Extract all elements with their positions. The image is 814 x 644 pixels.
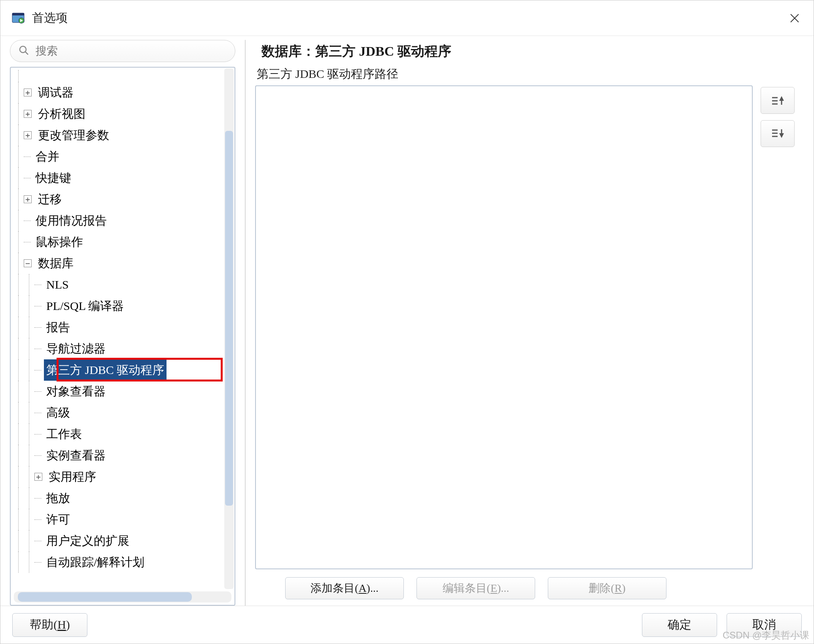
tree-item-label: 快捷键 — [33, 167, 74, 189]
reorder-buttons — [761, 85, 804, 569]
tree-item-label: 使用情况报告 — [33, 210, 109, 231]
tree-item[interactable]: +调试器 — [13, 82, 223, 103]
tree-item[interactable]: 高级 — [13, 402, 223, 423]
dialog-footer: 帮助(H) 确定 取消 — [0, 606, 814, 644]
window-title: 首选项 — [32, 10, 68, 26]
tree-item[interactable]: 合并 — [13, 146, 223, 167]
tree-item[interactable]: 工作表 — [13, 423, 223, 445]
tree-item-label: 实例查看器 — [44, 445, 108, 466]
vertical-divider — [245, 40, 246, 606]
svg-line-7 — [25, 52, 28, 55]
add-entry-label: 添加条目(A)... — [310, 581, 379, 596]
right-panel: 数据库：第三方 JDBC 驱动程序 第三方 JDBC 驱动程序路径 — [255, 40, 804, 606]
search-icon — [18, 45, 29, 57]
tree-item[interactable]: 快捷键 — [13, 167, 223, 189]
tree-item-label: 鼠标操作 — [33, 231, 85, 253]
expand-toggle-icon[interactable]: + — [24, 131, 32, 139]
tree-item[interactable]: 第三方 JDBC 驱动程序 — [13, 359, 223, 381]
collapse-toggle-icon[interactable]: − — [24, 259, 32, 267]
tree-item-label: 更改管理参数 — [36, 125, 112, 146]
svg-point-6 — [20, 46, 26, 53]
tree-item[interactable]: 许可 — [13, 509, 223, 530]
tree-item[interactable]: 拖放 — [13, 487, 223, 509]
tree-branch-icon — [34, 327, 42, 328]
tree-item[interactable]: 鼠标操作 — [13, 231, 223, 253]
help-button[interactable]: 帮助(H) — [12, 613, 87, 637]
tree-branch-icon — [34, 349, 42, 349]
tree-item-label: 拖放 — [44, 487, 72, 509]
tree-item-partial[interactable] — [13, 70, 223, 82]
preferences-tree: +调试器+分析视图+更改管理参数合并快捷键+迁移使用情况报告鼠标操作−数据库NL… — [10, 67, 235, 606]
tree-item-label: NLS — [44, 274, 71, 295]
scrollbar-thumb[interactable] — [225, 131, 233, 506]
scrollbar-thumb[interactable] — [18, 592, 192, 602]
tree-branch-icon — [34, 562, 42, 563]
search-input[interactable] — [35, 44, 227, 58]
preferences-window: 首选项 +调 — [0, 0, 814, 644]
search-box[interactable] — [10, 40, 235, 62]
expand-toggle-icon[interactable]: + — [24, 195, 32, 203]
tree-branch-icon — [34, 306, 42, 306]
delete-entry-button[interactable]: 删除(R) — [548, 577, 666, 599]
tree-item[interactable]: +迁移 — [13, 189, 223, 210]
expand-toggle-icon[interactable]: + — [34, 473, 42, 481]
titlebar: 首选项 — [0, 0, 814, 36]
tree-item[interactable]: NLS — [13, 274, 223, 295]
jdbc-drivers-list[interactable] — [255, 85, 753, 569]
tree-horizontal-scrollbar[interactable] — [14, 591, 231, 602]
tree-item[interactable]: 对象查看器 — [13, 381, 223, 402]
edit-entry-button[interactable]: 编辑条目(E)... — [416, 577, 535, 599]
tree-item[interactable]: 使用情况报告 — [13, 210, 223, 231]
tree-item-label: 实用程序 — [46, 466, 98, 487]
cancel-button[interactable]: 取消 — [727, 613, 802, 637]
tree-item[interactable]: +更改管理参数 — [13, 125, 223, 146]
section-title: 数据库：第三方 JDBC 驱动程序 — [255, 40, 804, 66]
svg-marker-17 — [779, 133, 784, 138]
tree-branch-icon — [24, 221, 31, 221]
tree-item[interactable]: 实例查看器 — [13, 445, 223, 466]
preferences-app-icon — [11, 11, 25, 25]
tree-viewport[interactable]: +调试器+分析视图+更改管理参数合并快捷键+迁移使用情况报告鼠标操作−数据库NL… — [11, 68, 235, 590]
tree-item-label: 导航过滤器 — [44, 338, 108, 359]
tree-item[interactable]: 自动跟踪/解释计划 — [13, 551, 223, 573]
close-button[interactable] — [783, 6, 806, 30]
tree-branch-icon — [34, 391, 42, 392]
tree-item-label: 对象查看器 — [44, 381, 108, 402]
tree-branch-icon — [34, 455, 42, 456]
tree-item-label: 用户定义的扩展 — [44, 530, 132, 551]
entry-buttons: 添加条目(A)... 编辑条目(E)... 删除(R) — [255, 569, 804, 606]
tree-item-label: 第三方 JDBC 驱动程序 — [44, 359, 167, 381]
tree-item-label: 分析视图 — [36, 103, 88, 125]
tree-branch-icon — [24, 242, 31, 242]
expand-toggle-icon[interactable]: + — [24, 110, 32, 118]
tree-branch-icon — [34, 519, 42, 520]
tree-item[interactable]: 导航过滤器 — [13, 338, 223, 359]
tree-branch-icon — [34, 285, 42, 285]
tree-branch-icon — [34, 413, 42, 413]
dialog-body: +调试器+分析视图+更改管理参数合并快捷键+迁移使用情况报告鼠标操作−数据库NL… — [0, 36, 814, 606]
tree-item-label: 自动跟踪/解释计划 — [44, 551, 147, 573]
tree-vertical-scrollbar[interactable] — [224, 68, 234, 589]
tree-item[interactable]: 用户定义的扩展 — [13, 530, 223, 551]
move-down-button[interactable] — [761, 120, 795, 147]
tree-item[interactable]: −数据库 — [13, 253, 223, 274]
right-main — [255, 85, 804, 569]
tree-branch-icon — [34, 370, 42, 370]
move-up-button[interactable] — [761, 87, 795, 114]
tree-item[interactable]: 报告 — [13, 317, 223, 338]
tree-branch-icon — [24, 178, 31, 178]
ok-button[interactable]: 确定 — [642, 613, 717, 637]
add-entry-button[interactable]: 添加条目(A)... — [285, 577, 404, 599]
tree-item[interactable]: +实用程序 — [13, 466, 223, 487]
expand-toggle-icon[interactable]: + — [24, 89, 32, 96]
section-subtitle: 第三方 JDBC 驱动程序路径 — [255, 66, 804, 85]
tree-item-label: 高级 — [44, 402, 72, 423]
tree-branch-icon — [34, 434, 42, 434]
tree-item-label: 迁移 — [36, 189, 64, 210]
edit-entry-label: 编辑条目(E)... — [443, 581, 509, 596]
tree-item-label: 合并 — [33, 146, 62, 167]
tree-item[interactable]: PL/SQL 编译器 — [13, 295, 223, 317]
delete-entry-label: 删除(R) — [589, 581, 625, 596]
tree-item[interactable]: +分析视图 — [13, 103, 223, 125]
svg-rect-1 — [12, 13, 24, 15]
